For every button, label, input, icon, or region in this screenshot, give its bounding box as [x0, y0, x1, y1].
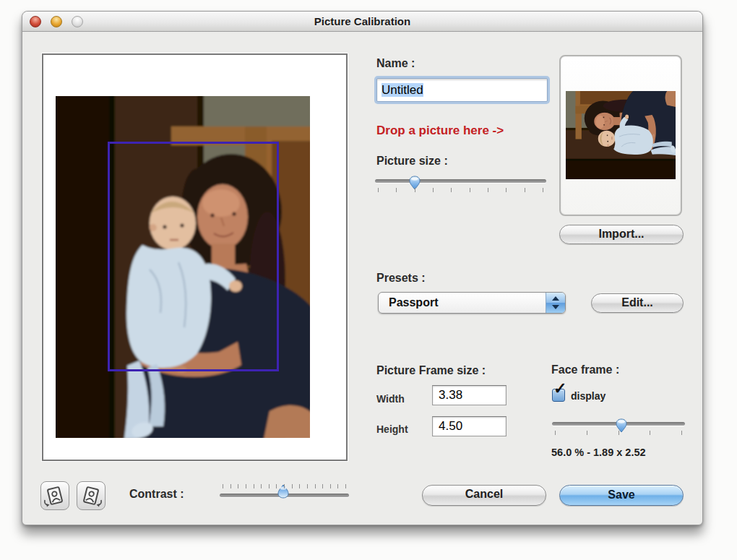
- window-title: Picture Calibration: [22, 15, 702, 27]
- presets-label: Presets :: [376, 272, 426, 285]
- rotate-picture-right-icon: [79, 483, 103, 508]
- rotate-picture-left-icon: [43, 483, 67, 508]
- face-frame-info-text: 56.0 % - 1.89 x 2.52: [551, 447, 646, 458]
- edit-button[interactable]: Edit...: [591, 293, 684, 313]
- width-input[interactable]: [432, 385, 507, 405]
- thumbnail-photo: [566, 91, 676, 179]
- contrast-slider[interactable]: [220, 494, 349, 497]
- frame-size-label: Picture Frame size :: [376, 364, 486, 377]
- import-button[interactable]: Import...: [559, 225, 684, 244]
- display-checkbox[interactable]: ✓: [552, 389, 565, 402]
- up-down-stepper-icon: [546, 293, 565, 313]
- presets-selected-value: Passport: [389, 296, 438, 309]
- face-selection-rectangle[interactable]: [108, 142, 279, 371]
- photo-preview-canvas: [42, 53, 348, 461]
- picture-size-slider-ticks: [378, 188, 543, 192]
- picture-calibration-window: Picture Calibration: [22, 11, 703, 525]
- height-input[interactable]: [432, 416, 507, 436]
- drop-picture-hint: Drop a picture here ->: [376, 124, 504, 138]
- name-input-selected-text: Untitled: [382, 83, 423, 97]
- presets-dropdown[interactable]: Passport: [378, 292, 566, 314]
- picture-size-slider[interactable]: [375, 179, 546, 183]
- title-bar[interactable]: Picture Calibration: [22, 12, 702, 32]
- name-label: Name :: [376, 57, 415, 70]
- name-input[interactable]: Untitled: [376, 78, 548, 102]
- height-label: Height: [376, 423, 408, 435]
- display-checkbox-label: display: [571, 390, 605, 402]
- cancel-button[interactable]: Cancel: [422, 485, 546, 506]
- face-frame-slider-ticks: [555, 431, 682, 435]
- rotate-picture-left-button[interactable]: [40, 481, 69, 510]
- save-button[interactable]: Save: [559, 485, 684, 506]
- width-label: Width: [376, 393, 405, 405]
- picture-size-slider-track[interactable]: [375, 179, 546, 183]
- face-frame-label: Face frame :: [551, 363, 619, 376]
- contrast-slider-ticks: [223, 484, 346, 488]
- face-frame-slider[interactable]: [552, 422, 685, 426]
- rotate-picture-right-button[interactable]: [77, 481, 105, 510]
- checkmark-icon: ✓: [553, 381, 566, 397]
- picture-size-label: Picture size :: [376, 155, 448, 168]
- picture-drop-well[interactable]: [559, 55, 682, 216]
- contrast-label: Contrast :: [129, 488, 184, 501]
